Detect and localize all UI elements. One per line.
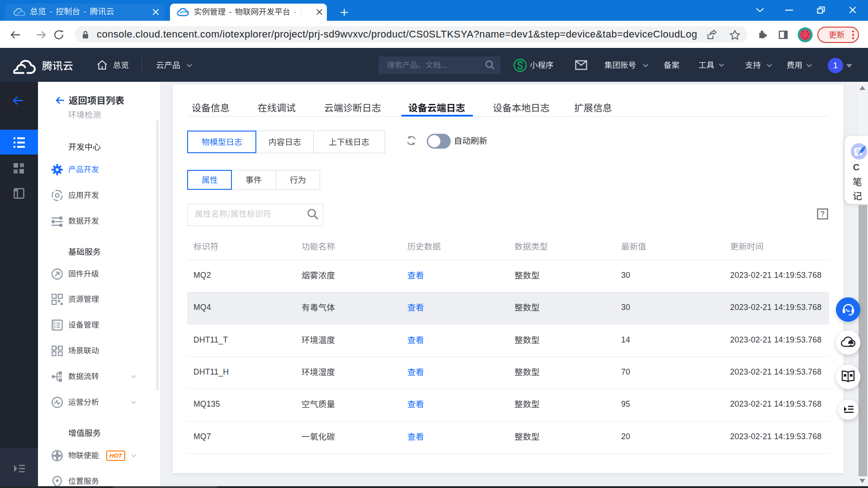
- svg-text:?: ?: [821, 210, 825, 218]
